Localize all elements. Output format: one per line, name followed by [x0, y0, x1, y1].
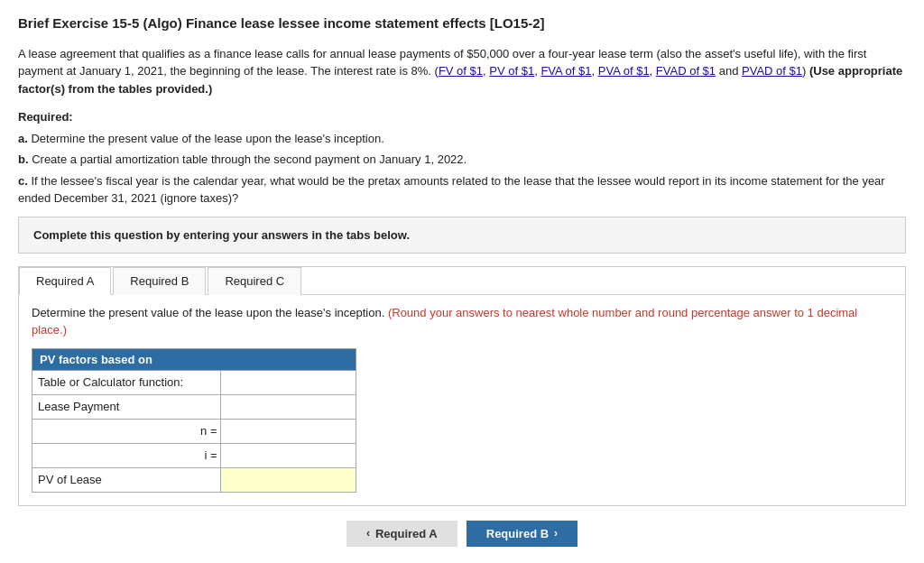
table-row: Table or Calculator function: [32, 370, 356, 394]
row-label-lease-payment: Lease Payment [32, 394, 221, 419]
link-pva[interactable]: PVA of $1 [598, 64, 650, 78]
row-label-i: i = [32, 443, 221, 467]
link-fva[interactable]: FVA of $1 [541, 64, 591, 78]
row-label-table-calc: Table or Calculator function: [32, 370, 221, 394]
req-c-text: c. If the lessee's fiscal year is the ca… [18, 172, 906, 208]
input-i[interactable] [226, 447, 350, 465]
instruction-text: Complete this question by entering your … [33, 228, 410, 242]
instruction-box: Complete this question by entering your … [18, 217, 906, 254]
table-row: i = [32, 443, 356, 467]
pv-factors-table: PV factors based on Table or Calculator … [32, 348, 356, 493]
row-input-table-calc[interactable] [221, 370, 356, 394]
input-pv-lease[interactable] [226, 471, 350, 489]
link-fvad[interactable]: FVAD of $1 [656, 64, 716, 78]
tab-a-content: Determine the present value of the lease… [19, 295, 905, 505]
next-button[interactable]: Required B › [467, 521, 578, 547]
required-label: Required: [18, 110, 73, 124]
row-input-lease-payment[interactable] [221, 394, 356, 419]
prev-button-label: Required A [375, 527, 438, 540]
req-a-text: a. Determine the present value of the le… [18, 130, 906, 148]
row-input-pv-lease[interactable] [221, 467, 356, 492]
nav-buttons: ‹ Required A Required B › [18, 521, 906, 547]
tabs-header: Required A Required B Required C [19, 267, 905, 295]
next-button-label: Required B [486, 527, 549, 540]
tab-required-c[interactable]: Required C [208, 267, 301, 295]
req-b-text: b. Create a partial amortization table t… [18, 151, 906, 169]
table-row: PV of Lease [32, 467, 356, 492]
link-fv[interactable]: FV of $1 [439, 64, 483, 78]
row-input-i[interactable] [221, 443, 356, 467]
input-lease-payment[interactable] [226, 398, 350, 416]
link-pv[interactable]: PV of $1 [489, 64, 534, 78]
table-row: Lease Payment [32, 394, 356, 419]
row-label-n: n = [32, 419, 221, 443]
prev-chevron-icon: ‹ [366, 527, 370, 540]
table-row: n = [32, 419, 356, 443]
tab-a-main-text: Determine the present value of the lease… [32, 306, 384, 319]
input-n[interactable] [226, 422, 350, 440]
required-section: Required: a. Determine the present value… [18, 108, 906, 208]
row-input-n[interactable] [221, 419, 356, 443]
table-header: PV factors based on [32, 348, 356, 370]
tab-a-description: Determine the present value of the lease… [32, 304, 892, 339]
next-chevron-icon: › [554, 527, 558, 540]
tab-required-a[interactable]: Required A [19, 267, 111, 295]
prev-button[interactable]: ‹ Required A [346, 521, 457, 547]
intro-paragraph: A lease agreement that qualifies as a fi… [18, 45, 906, 98]
tabs-container: Required A Required B Required C Determi… [18, 266, 906, 506]
input-table-calc[interactable] [226, 374, 350, 392]
row-label-pv-lease: PV of Lease [32, 467, 221, 492]
tab-required-b[interactable]: Required B [113, 267, 206, 295]
link-pvad[interactable]: PVAD of $1 [742, 64, 802, 78]
page-title: Brief Exercise 15-5 (Algo) Finance lease… [18, 14, 906, 32]
